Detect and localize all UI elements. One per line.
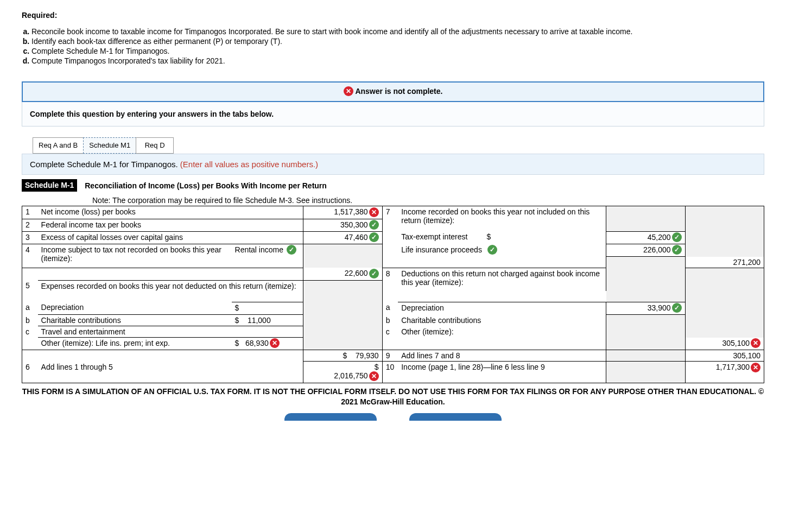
x-icon: ✕: [369, 371, 379, 381]
x-icon: ✕: [751, 363, 760, 372]
value-l10[interactable]: 1,717,300✕: [685, 362, 764, 383]
instruction-hint: (Enter all values as positive numbers.): [180, 160, 318, 169]
check-icon: ✓: [369, 232, 379, 242]
req-item: Identify each book-tax difference as eit…: [31, 37, 764, 46]
required-heading: Required:: [22, 11, 764, 20]
check-icon: ✓: [672, 245, 682, 255]
schedule-m1-title: Reconciliation of Income (Loss) per Book…: [85, 181, 327, 190]
label-l1: Net income (loss) per books: [38, 206, 303, 219]
sub-alert: Complete this question by entering your …: [22, 102, 764, 126]
value-l6[interactable]: $2,016,750✕: [303, 362, 382, 383]
label-l5: Expenses recorded on books this year not…: [38, 280, 303, 302]
label-l3: Excess of capital losses over capital ga…: [38, 231, 303, 244]
check-icon: ✓: [672, 232, 682, 242]
label-l7: Income recorded on books this year not i…: [398, 206, 606, 232]
label-l10: Income (page 1, line 28)—line 6 less lin…: [398, 362, 606, 383]
label-l5b: Charitable contributions: [38, 315, 232, 326]
instruction-bar: Complete Schedule M-1 for Timpanogos. (E…: [22, 154, 764, 175]
value-l8a[interactable]: 33,900✓: [606, 302, 685, 314]
label-l8a: Depreciation: [398, 302, 606, 314]
check-icon: ✓: [487, 245, 497, 255]
requirements-list: Reconcile book income to taxable income …: [22, 27, 764, 65]
check-icon: ✓: [369, 269, 379, 278]
label-l5c: Travel and entertainment: [38, 326, 232, 338]
instruction-text: Complete Schedule M-1 for Timpanogos.: [30, 160, 180, 169]
label-l4-sub[interactable]: Rental income ✓: [232, 244, 303, 268]
schedule-m1-note: Note: The corporation may be required to…: [92, 196, 764, 205]
label-l8b: Charitable contributions: [398, 315, 606, 326]
req-item: Compute Timpanogos Incorporated's tax li…: [31, 56, 764, 65]
label-l2: Federal income tax per books: [38, 219, 303, 231]
value-l5total: $ 79,930: [303, 350, 382, 362]
check-icon: ✓: [287, 245, 296, 255]
next-button[interactable]: [409, 413, 502, 421]
req-item: Complete Schedule M-1 for Timpanogos.: [31, 47, 764, 55]
label-l5other[interactable]: Other (itemize): Life ins. prem; int exp…: [38, 338, 232, 350]
value-l7total: 271,200: [685, 257, 764, 268]
x-icon: ✕: [369, 207, 379, 217]
tab-req-d[interactable]: Req D: [136, 137, 174, 154]
value-l7a[interactable]: 45,200✓: [606, 231, 685, 244]
value-l7b[interactable]: 226,000✓: [606, 244, 685, 257]
bottom-nav: [22, 413, 764, 421]
value-l5b[interactable]: $ 11,000: [232, 315, 303, 326]
alert-text: Answer is not complete.: [355, 87, 442, 96]
schedule-m1-badge: Schedule M-1: [22, 179, 77, 192]
req-item: Reconcile book income to taxable income …: [31, 27, 764, 36]
label-l8c: Other (itemize):: [398, 326, 606, 338]
value-l3[interactable]: 47,460✓: [303, 231, 382, 244]
label-l7a: Tax-exempt interest $: [398, 231, 606, 244]
tab-strip: Req A and B Schedule M1 Req D: [33, 137, 764, 154]
prev-button[interactable]: [284, 413, 377, 421]
value-l5other[interactable]: $ 68,930✕: [232, 338, 303, 350]
value-l2[interactable]: 350,300✓: [303, 219, 382, 231]
value-l5a[interactable]: $: [232, 302, 303, 314]
check-icon: ✓: [672, 303, 682, 313]
label-l4: Income subject to tax not recorded on bo…: [38, 244, 232, 268]
label-l6: Add lines 1 through 5: [38, 362, 303, 383]
x-icon: ✕: [270, 338, 280, 348]
check-icon: ✓: [369, 220, 379, 230]
label-l5a: Depreciation: [38, 302, 232, 314]
tab-req-a-b[interactable]: Req A and B: [33, 137, 84, 154]
value-l4sub[interactable]: 22,600✓: [303, 268, 382, 280]
schedule-m1-table: 1 Net income (loss) per books 1,517,380✕…: [22, 206, 764, 383]
label-l9: Add lines 7 and 8: [398, 350, 606, 362]
tab-schedule-m1[interactable]: Schedule M1: [83, 137, 136, 154]
value-l9: 305,100: [685, 350, 764, 362]
x-icon: ✕: [751, 338, 760, 348]
value-l8total[interactable]: 305,100✕: [685, 338, 764, 350]
label-l7b[interactable]: Life insurance proceeds ✓: [398, 244, 606, 257]
value-l1[interactable]: 1,517,380✕: [303, 206, 382, 219]
x-icon: ✕: [344, 86, 353, 96]
alert-banner: ✕ Answer is not complete.: [22, 81, 764, 102]
disclaimer: THIS FORM IS A SIMULATION OF AN OFFICIAL…: [22, 387, 764, 408]
label-l8: Deductions on this return not charged ag…: [398, 268, 606, 291]
